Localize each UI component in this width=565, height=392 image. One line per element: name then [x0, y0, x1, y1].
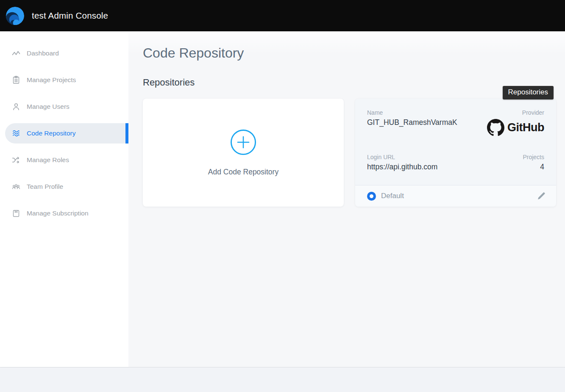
- repositories-tooltip: Repositories: [503, 86, 554, 99]
- github-octocat-icon: [487, 119, 504, 136]
- repo-projects-value: 4: [523, 163, 544, 171]
- repository-card-body: Name GIT_HUB_RameshVarmaK Provider: [355, 99, 556, 185]
- repo-login-url-value: https://api.github.com: [367, 163, 437, 171]
- bookmark-save-icon: [12, 209, 20, 218]
- github-wordmark: GitHub: [507, 121, 544, 134]
- user-icon: [12, 102, 20, 111]
- add-code-repository-card[interactable]: Add Code Repository: [143, 99, 344, 207]
- repo-provider-field: Provider GitHub: [487, 109, 544, 136]
- default-radio[interactable]: [367, 192, 376, 201]
- repo-projects-label: Projects: [523, 154, 544, 160]
- default-label: Default: [381, 192, 404, 200]
- sidebar-item-label: Code Repository: [27, 130, 75, 137]
- app-title: test Admin Console: [32, 11, 108, 21]
- sidebar-item-label: Manage Roles: [27, 156, 69, 164]
- github-brand: GitHub: [487, 119, 544, 136]
- app-header: test Admin Console: [0, 0, 565, 31]
- sidebar-item-label: Team Profile: [27, 183, 63, 190]
- wave-stack-icon: [12, 129, 20, 138]
- edit-repository-button[interactable]: [537, 191, 546, 201]
- sidebar-item-label: Manage Users: [27, 103, 70, 110]
- sidebar-item-manage-subscription[interactable]: Manage Subscription: [5, 203, 128, 224]
- main-content: Code Repository Repositories Repositorie…: [128, 31, 565, 367]
- repository-card-footer: Default: [355, 185, 556, 207]
- wave-logo-icon: [5, 6, 25, 26]
- sidebar-item-code-repository[interactable]: Code Repository: [5, 123, 128, 144]
- sidebar-item-manage-projects[interactable]: Manage Projects: [5, 70, 128, 90]
- repository-cards-row: Add Code Repository Name GIT_HUB_RameshV…: [143, 99, 565, 207]
- repo-name-field: Name GIT_HUB_RameshVarmaK: [367, 109, 457, 127]
- section-title: Repositories: [143, 77, 565, 88]
- repo-login-url-field: Login URL https://api.github.com: [367, 154, 437, 171]
- sidebar-item-dashboard[interactable]: Dashboard: [5, 43, 128, 63]
- pencil-icon: [538, 192, 545, 199]
- repo-name-value: GIT_HUB_RameshVarmaK: [367, 118, 457, 127]
- repository-card: Name GIT_HUB_RameshVarmaK Provider: [355, 99, 556, 207]
- sidebar: Dashboard Manage Projects: [0, 31, 128, 367]
- repo-login-url-label: Login URL: [367, 154, 437, 160]
- page-title: Code Repository: [143, 45, 565, 61]
- repo-name-label: Name: [367, 109, 457, 116]
- clipboard-icon: [12, 76, 20, 84]
- sidebar-item-label: Manage Subscription: [27, 210, 89, 217]
- sidebar-item-manage-roles[interactable]: Manage Roles: [5, 150, 128, 170]
- sidebar-item-label: Dashboard: [27, 50, 59, 57]
- page-footer: [0, 367, 565, 392]
- repo-provider-label: Provider: [487, 109, 544, 116]
- shuffle-icon: [12, 156, 20, 164]
- sidebar-item-label: Manage Projects: [27, 76, 76, 84]
- repo-projects-field: Projects 4: [523, 154, 544, 171]
- team-icon: [12, 182, 20, 191]
- add-code-repository-label: Add Code Repository: [208, 168, 278, 177]
- activity-icon: [12, 49, 20, 58]
- plus-circle-icon[interactable]: [230, 129, 256, 155]
- sidebar-item-team-profile[interactable]: Team Profile: [5, 177, 128, 197]
- sidebar-item-manage-users[interactable]: Manage Users: [5, 97, 128, 117]
